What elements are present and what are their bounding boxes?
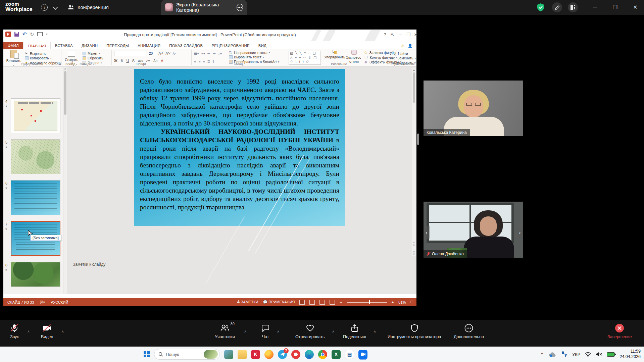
annotate-button[interactable] (552, 2, 562, 12)
slide-thumbnail-6[interactable] (11, 180, 60, 215)
layout-button[interactable]: Макет▾ (83, 51, 100, 55)
scroll-up-icon[interactable]: ▲ (63, 67, 67, 70)
italic-button[interactable]: К (121, 59, 123, 63)
zoom-app-icon[interactable] (358, 350, 367, 359)
tab-animations[interactable]: АНИМАЦИЯ (133, 42, 165, 49)
more-button[interactable]: Дополнительно (454, 324, 484, 339)
battery-icon[interactable] (607, 352, 615, 357)
zoom-out-icon[interactable]: − (340, 300, 342, 304)
slide-thumbnail-4[interactable] (11, 98, 60, 133)
view-layout-button[interactable] (568, 2, 578, 12)
security-shield-icon[interactable] (536, 3, 545, 12)
tab-file[interactable]: ФАЙЛ (3, 42, 23, 49)
tab-slideshow[interactable]: ПОКАЗ СЛАЙДОВ (165, 42, 207, 49)
chat-chevron[interactable]: ˄ (277, 330, 279, 333)
bullets-button[interactable]: ☰▾ (194, 51, 199, 55)
audio-button[interactable]: Звук ˄ (10, 324, 19, 339)
tab-meeting[interactable]: Конференция (63, 0, 113, 15)
zoom-slider[interactable] (347, 302, 387, 303)
ppt-restore-button[interactable]: ❐ (405, 32, 411, 37)
participants-button[interactable]: 30 Участники ˄ (215, 324, 235, 339)
video-options-chevron[interactable]: ˄ (62, 330, 64, 333)
panel-scrollbar[interactable] (417, 134, 419, 145)
react-chevron[interactable]: ˄ (332, 330, 334, 333)
previous-participants-button[interactable]: ‹ (424, 226, 430, 239)
start-button[interactable] (144, 351, 150, 357)
quick-styles-button[interactable]: Экспресс-стили (345, 50, 363, 63)
reading-view-icon[interactable] (319, 300, 325, 305)
tab-insert[interactable]: ВСТАВКА (51, 42, 77, 49)
bold-button[interactable]: Ж (114, 59, 117, 63)
char-spacing-button[interactable]: AV (146, 59, 150, 62)
warning-icon[interactable]: ⚠ (401, 44, 404, 48)
search-box[interactable]: Пошук (154, 349, 220, 360)
thumbnail-scrollbar[interactable]: ▲ (63, 67, 67, 294)
underline-button[interactable]: Ч (126, 59, 129, 63)
comments-toggle[interactable]: 💬 ПРИМЕЧАНИЯ (263, 300, 295, 304)
share-button[interactable]: Поделиться ˄ (343, 324, 366, 339)
participant-video-1[interactable]: Ковальська Катерина (424, 81, 523, 136)
align-left-button[interactable]: ≡ (194, 59, 196, 63)
tab-shared-screen[interactable]: Экран (Ковальська Катерина) ••• (161, 0, 247, 15)
volume-muted-icon[interactable] (596, 352, 602, 357)
opera-icon[interactable] (291, 350, 300, 359)
end-meeting-button[interactable]: Завершение (607, 324, 632, 339)
spellcheck-icon[interactable]: ⎘ˣ (40, 300, 45, 305)
photos-app-icon[interactable] (224, 350, 233, 359)
tray-expand-chevron[interactable]: ⌃ (540, 352, 544, 357)
editor-scrollbar[interactable]: ▲ (412, 68, 416, 256)
indent-decrease-button[interactable]: ⇤ (207, 51, 210, 55)
clock[interactable]: 11:59 24.04.2026 (620, 349, 641, 359)
arrange-button[interactable]: Упорядочить (324, 50, 345, 59)
ppt-close-button[interactable]: ✕ (413, 32, 419, 37)
find-button[interactable]: 🔍Найти (391, 51, 408, 56)
slide-sorter-icon[interactable] (309, 300, 315, 305)
language-indicator[interactable]: РУССКИЙ (51, 300, 68, 304)
slide-thumbnail-8[interactable] (11, 262, 60, 287)
replace-button[interactable]: abЗаменить▾ (391, 56, 416, 60)
normal-view-icon[interactable] (299, 300, 305, 305)
ppt-minimize-button[interactable]: ─ (397, 32, 403, 37)
account-icon[interactable]: 👤 (408, 44, 412, 48)
host-tools-button[interactable]: Инструменты организатора (388, 324, 441, 339)
paste-button[interactable]: Вставить▾ (5, 50, 23, 67)
file-explorer-icon[interactable] (238, 350, 247, 359)
excel-icon[interactable]: X (332, 350, 341, 359)
meeting-info-icon[interactable]: i (41, 4, 48, 11)
close-button[interactable]: ✕ (632, 4, 639, 10)
share-chevron[interactable]: ˄ (374, 330, 376, 333)
react-button[interactable]: Отреагировать ˄ (295, 324, 325, 339)
tab-review[interactable]: РЕЦЕНЗИРОВАНИЕ (207, 42, 254, 49)
justify-button[interactable]: ≣ (207, 59, 210, 63)
video-button[interactable]: Видео ˄ (41, 324, 53, 339)
cut-button[interactable]: ✂Вырезать (25, 51, 46, 56)
previous-slide-button[interactable]: ˄˄ (412, 242, 416, 247)
red-app-icon[interactable]: K (251, 350, 260, 359)
tab-view[interactable]: ВИД (254, 42, 271, 49)
copy-button[interactable]: Копировать▾ (25, 56, 52, 60)
next-participants-button[interactable]: › (517, 226, 523, 239)
fit-slide-icon[interactable]: ⛶ (410, 300, 413, 304)
font-name-combobox[interactable]: 20A˄A˅A̷ (114, 51, 176, 56)
font-size-combobox[interactable]: 20 (148, 51, 157, 56)
tab-design[interactable]: ДИЗАЙН (77, 42, 102, 49)
next-slide-button[interactable]: ˅˅ (412, 251, 416, 256)
font-color-button[interactable]: А (161, 59, 163, 63)
ribbon-options-icon[interactable]: ⇱ (389, 32, 395, 37)
telegram-icon[interactable]: 7 (278, 350, 287, 359)
scroll-up-icon[interactable]: ▲ (412, 68, 416, 71)
align-center-button[interactable]: ≡ (198, 59, 200, 63)
indent-increase-button[interactable]: ⇥ (213, 51, 216, 55)
participants-chevron[interactable]: ˄ (244, 330, 246, 333)
shadow-button[interactable]: S (132, 59, 135, 63)
zoom-in-icon[interactable]: + (392, 300, 394, 304)
zoom-level[interactable]: 81% (398, 300, 406, 304)
wifi-icon[interactable] (585, 352, 591, 357)
mic-location-icon[interactable] (561, 351, 567, 357)
new-slide-button[interactable]: Создать слайд ▾ (62, 50, 81, 66)
text-direction-button[interactable]: ⇅Направление текста▾ (229, 50, 270, 55)
chevron-down-icon[interactable] (53, 5, 58, 10)
slide-thumbnail-5[interactable] (11, 139, 60, 174)
slideshow-icon[interactable] (330, 300, 335, 305)
notes-toggle[interactable]: ≜ ЗАМЕТКИ (237, 300, 258, 304)
